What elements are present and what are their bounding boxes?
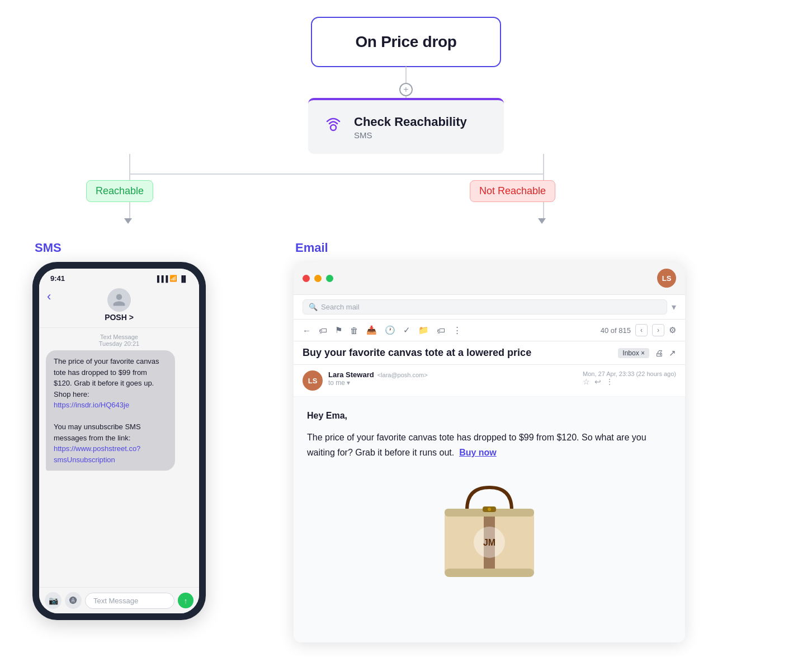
reachable-badge: Reachable [86,180,153,202]
sms-link2[interactable]: https://www.poshstreet.co?smsUnsubscript… [54,444,140,464]
canvas: On Price drop + Check Reachability SMS R… [0,0,812,657]
search-input[interactable]: 🔍 Search mail [303,299,667,315]
minimize-dot[interactable] [314,275,322,282]
phone-header: ‹ POSH > [39,285,199,328]
not-reachable-badge: Not Reachable [470,180,555,202]
more-actions-icon[interactable]: ⋮ [606,377,613,386]
phone-mockup: 9:41 ▐▐▐ 📶 ▐▌ ‹ POSH > Text Messag [32,262,206,620]
h-branch-line [129,173,544,175]
check-icon[interactable]: ✓ [403,325,410,335]
clock-icon[interactable]: 🕐 [385,325,395,335]
add-step-button[interactable]: + [399,83,413,96]
battery-icon: ▐▌ [179,275,188,282]
next-email-button[interactable]: › [652,324,664,336]
svg-point-8 [488,508,491,511]
wifi-icon: 📶 [169,275,177,282]
arrow-left [124,218,132,224]
v-right-top [543,154,544,174]
check-node-text: Check Reachability SMS [354,115,467,140]
phone-status-icons: ▐▐▐ 📶 ▐▌ [155,275,188,282]
reachability-icon [322,115,345,139]
maximize-dot[interactable] [326,275,333,282]
svg-point-0 [331,125,336,130]
phone-messages: The price of your favorite canvas tote h… [39,350,199,587]
svg-rect-4 [445,569,534,577]
delete-icon[interactable]: 🗑 [350,326,358,335]
settings-icon[interactable]: ⚙ [669,325,676,335]
sms-text-input[interactable]: Text Message [85,593,174,609]
signal-icon: ▐▐▐ [155,275,168,282]
contact-name-row: POSH > [105,312,134,322]
v-left-top [129,154,130,174]
back-arrow-icon[interactable]: ← [303,326,311,335]
sms-link1[interactable]: https://insdr.io/HQ643je [54,401,129,409]
more-icon[interactable]: ⋮ [453,325,461,335]
sender-email-addr: <lara@posh.com> [377,372,428,378]
label2-icon[interactable]: 🏷 [437,326,445,335]
svg-text:JM: JM [483,538,495,547]
flag-icon[interactable]: ⚑ [335,325,342,335]
email-mockup: LS 🔍 Search mail ▾ ← 🏷 ⚑ 🗑 📥 🕐 ✓ 📁 🏷 ⋮ 4… [294,262,685,642]
phone-input-bar: 📷 🅐 Text Message ↑ [39,587,199,613]
sender-date-col: Mon, 27 Apr, 23:33 (22 hours ago) ☆ ↩ ⋮ [583,370,676,386]
email-search-bar: 🔍 Search mail ▾ [294,295,685,320]
email-sender-row: LS Lara Steward <lara@posh.com> to me ▾ … [294,365,685,397]
email-body: Hey Ema, The price of your favorite canv… [294,397,685,642]
email-titlebar: LS [294,262,685,295]
trigger-node[interactable]: On Price drop [311,17,501,67]
product-image: JM [307,471,672,583]
sender-name: Lara Steward [328,370,374,379]
phone-screen: 9:41 ▐▐▐ 📶 ▐▌ ‹ POSH > Text Messag [39,269,199,613]
trigger-label: On Price drop [355,33,456,51]
reply-icon[interactable]: ↩ [594,377,601,386]
phone-status-bar: 9:41 ▐▐▐ 📶 ▐▌ [39,269,199,285]
sender-to: to me ▾ [328,379,577,387]
email-subject: Buy your favorite canvas tote at a lower… [303,347,612,359]
email-body-text: Hey Ema, The price of your favorite canv… [307,408,672,461]
label-icon[interactable]: 🏷 [319,326,327,335]
sms-label: SMS [35,241,62,255]
close-dot[interactable] [303,275,310,282]
bag-svg: JM [422,471,556,583]
phone-time: 9:41 [50,274,65,283]
sms-bubble: The price of your favorite canvas tote h… [46,350,175,471]
send-button[interactable]: ↑ [178,593,193,608]
sender-actions: ☆ ↩ ⋮ [583,377,676,386]
contact-avatar [107,288,131,312]
inbox-icon[interactable]: 📥 [366,325,377,335]
buy-now-link[interactable]: Buy now [459,448,497,457]
external-link-icon[interactable]: ↗ [669,348,676,358]
inbox-badge[interactable]: Inbox × [618,348,649,358]
check-reachability-node[interactable]: Check Reachability SMS [308,98,504,154]
sender-date: Mon, 27 Apr, 23:33 (22 hours ago) [583,370,676,377]
audio-icon[interactable]: 🅐 [65,592,82,609]
email-count: 40 of 815 ‹ › ⚙ [601,324,676,336]
contact-name: POSH > [105,313,134,322]
arrow-right [538,218,546,224]
check-node-subtitle: SMS [354,130,467,140]
phone-date: Text Message Tuesday 20:21 [39,334,199,347]
prev-email-button[interactable]: ‹ [635,324,648,336]
email-label: Email [295,241,328,255]
camera-icon[interactable]: 📷 [45,592,62,609]
star-icon[interactable]: ☆ [583,377,590,386]
email-subject-row: Buy your favorite canvas tote at a lower… [294,341,685,365]
sender-info: Lara Steward <lara@posh.com> to me ▾ [328,370,577,387]
check-node-title: Check Reachability [354,115,467,129]
email-toolbar: ← 🏷 ⚑ 🗑 📥 🕐 ✓ 📁 🏷 ⋮ 40 of 815 ‹ › ⚙ [294,320,685,341]
back-button[interactable]: ‹ [47,289,51,304]
sender-avatar: LS [303,370,323,391]
print-icon[interactable]: 🖨 [655,348,663,358]
user-avatar[interactable]: LS [657,269,676,288]
folder-icon[interactable]: 📁 [418,325,429,335]
email-greeting: Hey Ema, [307,411,347,420]
search-dropdown-icon[interactable]: ▾ [672,302,676,312]
